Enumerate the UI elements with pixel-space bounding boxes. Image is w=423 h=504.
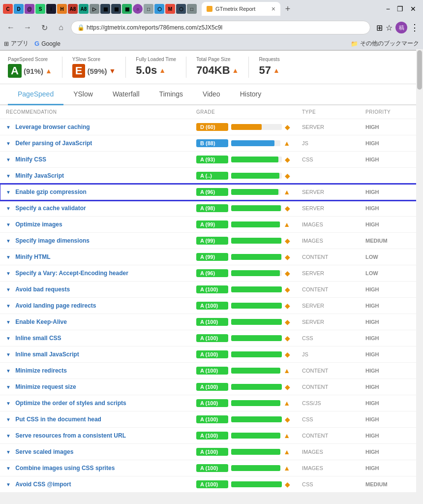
rec-link[interactable]: Minify HTML (15, 253, 50, 260)
page-size-item: Total Page Size 704KB ▲ (196, 57, 249, 78)
rec-link[interactable]: Inline small JavaScript (15, 351, 79, 358)
rec-link[interactable]: Put CSS in the document head (15, 416, 101, 423)
rec-link[interactable]: Avoid bad requests (15, 286, 70, 293)
rec-link[interactable]: Inline small CSS (15, 335, 61, 342)
back-button[interactable]: ← (4, 21, 18, 34)
tab-history[interactable]: History (230, 84, 272, 105)
ext-icon-3[interactable]: S (35, 4, 45, 14)
scrollbar-thumb[interactable] (417, 50, 422, 90)
active-tab[interactable]: GTmetrix Report × (202, 2, 280, 16)
expand-icon[interactable]: ▼ (6, 173, 11, 179)
reload-button[interactable]: ↻ (37, 21, 51, 34)
expand-icon[interactable]: ▼ (6, 287, 11, 292)
rec-link[interactable]: Combine images using CSS sprites (15, 465, 115, 472)
expand-icon[interactable]: ▼ (6, 319, 11, 325)
minimize-button[interactable]: − (386, 5, 390, 13)
rec-link[interactable]: Defer parsing of JavaScript (15, 140, 92, 147)
rec-link[interactable]: Minimize request size (15, 383, 76, 390)
ext-icon-13[interactable]: □ (144, 4, 153, 14)
address-bar[interactable]: 🔒 https://gtmetrix.com/reports/786mens.c… (71, 21, 370, 34)
expand-icon[interactable]: ▼ (6, 189, 11, 195)
expand-icon[interactable]: ▼ (6, 368, 11, 374)
expand-icon[interactable]: ▼ (6, 401, 11, 406)
tab-pagespeed[interactable]: PageSpeed (8, 84, 63, 105)
tab-close-button[interactable]: × (272, 5, 275, 13)
grade-track (231, 173, 282, 179)
rec-link[interactable]: Minimize redirects (15, 367, 67, 374)
ext-icon-15[interactable]: M (165, 4, 175, 14)
expand-icon[interactable]: ▼ (6, 271, 11, 276)
expand-icon[interactable]: ▼ (6, 206, 11, 211)
diamond-icon: ◆ (285, 285, 290, 293)
type-cell: CSS (296, 330, 360, 346)
expand-icon[interactable]: ▼ (6, 352, 11, 357)
restore-button[interactable]: ❐ (397, 5, 403, 13)
ext-icon-11[interactable]: ▦ (122, 4, 132, 14)
bookmark-other[interactable]: 📁 その他のブックマーク (351, 39, 419, 48)
priority-value: LOW (365, 270, 378, 276)
rec-link[interactable]: Enable gzip compression (15, 189, 87, 195)
expand-icon[interactable]: ▼ (6, 482, 11, 487)
bookmark-apps[interactable]: ⊞ アプリ (4, 39, 29, 48)
rec-link[interactable]: Avoid CSS @import (15, 481, 71, 488)
rec-link[interactable]: Serve resources from a consistent URL (15, 432, 126, 439)
rec-link[interactable]: Avoid landing page redirects (15, 302, 96, 309)
expand-icon[interactable]: ▼ (6, 157, 11, 162)
expand-icon[interactable]: ▼ (6, 254, 11, 260)
ext-icon-9[interactable]: ▦ (100, 4, 110, 14)
profile-avatar[interactable]: 稿 (395, 22, 407, 33)
new-tab-button[interactable]: + (281, 2, 294, 15)
tab-waterfall[interactable]: Waterfall (103, 84, 150, 105)
ext-icon-16[interactable]: ⬡ (176, 4, 186, 14)
rec-link[interactable]: Optimize images (15, 221, 62, 228)
grade-track (231, 384, 282, 390)
ext-icon-17[interactable]: □ (187, 4, 197, 14)
ext-icon-1[interactable]: D (14, 4, 24, 14)
ext-icon-10[interactable]: ▦ (111, 4, 121, 14)
ext-icon-2[interactable]: @ (25, 4, 34, 14)
tab-video[interactable]: Video (193, 84, 230, 105)
rec-link[interactable]: Specify image dimensions (15, 237, 90, 244)
rec-link[interactable]: Serve scaled images (15, 448, 73, 455)
rec-link[interactable]: Leverage browser caching (15, 124, 90, 130)
rec-link[interactable]: Minify JavaScript (15, 172, 64, 179)
tab-yslow[interactable]: YSlow (63, 84, 103, 105)
ext-icon-8[interactable]: ▷ (90, 4, 99, 14)
translate-icon[interactable]: ⊞ (376, 23, 383, 32)
expand-icon[interactable]: ▼ (6, 222, 11, 227)
expand-icon[interactable]: ▼ (6, 336, 11, 341)
ext-icon-4[interactable]: i (46, 4, 56, 14)
forward-button[interactable]: → (21, 21, 34, 34)
expand-icon[interactable]: ▼ (6, 238, 11, 244)
rec-link[interactable]: Specify a Vary: Accept-Encoding header (15, 270, 128, 277)
ext-icon-7[interactable]: A8 (79, 4, 89, 14)
expand-icon[interactable]: ▼ (6, 384, 11, 390)
expand-icon[interactable]: ▼ (6, 466, 11, 471)
table-row: ▼ Minify JavaScript A (..) ◆ (0, 168, 423, 184)
rec-link[interactable]: Minify CSS (15, 156, 46, 163)
scrollbar-track[interactable] (416, 49, 423, 493)
expand-icon[interactable]: ▼ (6, 125, 11, 130)
home-button[interactable]: ⌂ (54, 21, 68, 34)
rec-link[interactable]: Specify a cache validator (15, 205, 86, 212)
ext-icon-14[interactable]: ⬡ (154, 4, 164, 14)
bookmark-icon[interactable]: ☆ (386, 23, 393, 32)
pagespeed-arrow: ▲ (45, 67, 52, 75)
ext-icon-6[interactable]: A8 (68, 4, 78, 14)
tab-timings[interactable]: Timings (150, 84, 193, 105)
priority-cell: HIGH (360, 217, 423, 233)
yslow-label: YSlow Score (72, 57, 116, 62)
expand-icon[interactable]: ▼ (6, 303, 11, 309)
ext-icon-5[interactable]: H (57, 4, 67, 14)
expand-icon[interactable]: ▼ (6, 417, 11, 422)
expand-icon[interactable]: ▼ (6, 433, 11, 439)
menu-icon[interactable]: ⋮ (410, 22, 419, 33)
expand-icon[interactable]: ▼ (6, 141, 11, 146)
expand-icon[interactable]: ▼ (6, 449, 11, 455)
bookmark-google[interactable]: G Google (34, 40, 60, 47)
header-recommendation: RECOMMENDATION (0, 105, 190, 119)
ext-icon-12[interactable]: ○ (133, 4, 143, 14)
close-button[interactable]: ✕ (410, 5, 416, 13)
rec-link[interactable]: Enable Keep-Alive (15, 318, 67, 325)
rec-link[interactable]: Optimize the order of styles and scripts (15, 400, 126, 407)
